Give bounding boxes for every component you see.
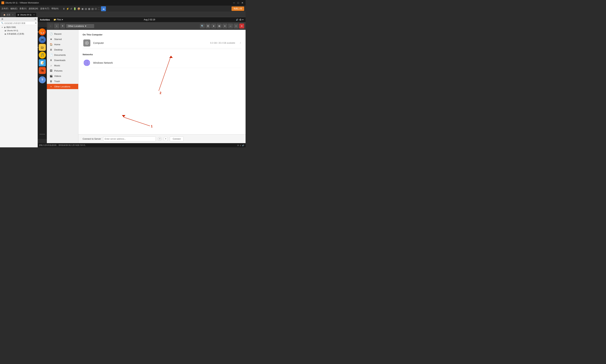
sidebar-item-pictures[interactable]: 🖼 Pictures xyxy=(47,68,78,73)
list-view-button[interactable]: ☰ xyxy=(206,24,210,28)
ubuntu-tab-label: Ubuntu 64 位 xyxy=(20,13,32,16)
cloud-icon-button[interactable]: ☁ xyxy=(101,6,106,11)
sidebar-item-recent[interactable]: 🕐 Recent xyxy=(47,31,78,37)
other-locations-label: Other Locations xyxy=(54,85,70,88)
tab-home[interactable]: 🏠 主页 ✕ xyxy=(1,13,15,17)
maximize-button[interactable]: □ xyxy=(236,1,240,5)
computer-size: 9.3 GB / 20.4 GB available xyxy=(210,42,235,44)
downloads-label: Downloads xyxy=(54,59,65,62)
dock-item-apps[interactable]: ⋯⋯ xyxy=(39,130,46,138)
shared-vm-icon: 🖥 xyxy=(4,33,6,35)
volume-icon[interactable]: 🔊 xyxy=(236,19,238,21)
search-button[interactable]: 🔍 xyxy=(200,24,205,28)
dock-item-firefox[interactable]: 🦊 xyxy=(39,28,46,35)
grid-view-button[interactable]: ⊞ xyxy=(217,24,222,28)
system-menu-icon[interactable]: ▾ xyxy=(242,19,244,21)
menu-file[interactable]: 文件(F) xyxy=(1,7,8,10)
sidebar-item-trash[interactable]: 🗑 Trash xyxy=(47,78,78,84)
ubuntu-shell: Activities 📁 Files ▾ Aug 2 02:19 🔊 ⏻ ▾ 🦊 xyxy=(38,17,245,147)
tree-item-my-computer[interactable]: ▼ 🖥 我的计算机 xyxy=(0,26,38,29)
new-folder-button[interactable]: + xyxy=(60,24,65,28)
starred-label: Starred xyxy=(54,38,62,40)
sidebar-item-starred[interactable]: ★ Starred xyxy=(47,37,78,42)
vm-display-area[interactable]: Activities 📁 Files ▾ Aug 2 02:19 🔊 ⏻ ▾ 🦊 xyxy=(38,17,245,147)
search-dropdown-icon[interactable]: ▾ xyxy=(35,22,37,24)
sidebar-item-desktop[interactable]: 🖥 Desktop xyxy=(47,47,78,52)
network-icon xyxy=(83,59,90,66)
view-options-button[interactable]: ▾ xyxy=(211,24,216,28)
toolbar-icon-9[interactable]: ⊡ xyxy=(95,7,97,10)
sidebar-item-music[interactable]: ♪ Music xyxy=(47,63,78,68)
pictures-label: Pictures xyxy=(54,69,63,72)
tree-label: 共享虚拟机 (已弃用) xyxy=(7,33,24,35)
menu-help[interactable]: 帮助(H) xyxy=(52,7,59,10)
dock-item-music[interactable]: 🎵 xyxy=(39,52,46,59)
toolbar-icon-3[interactable]: 🔋 xyxy=(73,7,76,10)
files-icon-small: 📁 xyxy=(53,18,56,21)
on-this-computer-title: On This Computer xyxy=(83,33,241,36)
computer-location-item[interactable]: Computer 9.3 GB / 20.4 GB available / xyxy=(83,38,241,48)
windows-network-item[interactable]: Windows Network xyxy=(83,58,241,68)
toolbar-icon-7[interactable]: ▦ xyxy=(88,7,90,10)
power-icon[interactable]: ⏻ xyxy=(239,19,241,21)
close-button[interactable]: ✕ xyxy=(241,1,244,5)
dock-item-thunderbird[interactable]: ✉ xyxy=(39,36,46,43)
home-tab-close[interactable]: ✕ xyxy=(12,14,13,16)
pictures-icon: 🖼 xyxy=(50,69,52,72)
nautilus-window: ‹ › + Other Locations ▾ 🔍 ☰ ▾ ⊞ xyxy=(47,22,245,143)
window-minimize-button[interactable]: ─ xyxy=(228,24,233,28)
sidebar-item-documents[interactable]: 📄 Documents xyxy=(47,52,78,58)
statusbar-icon-1: 🖥 xyxy=(237,144,239,146)
statusbar-hint: 要输入定向到该虚拟机，请将鼠标指针移入其中或按 Ctrl+G。 xyxy=(39,144,87,146)
sidebar-search-input[interactable] xyxy=(4,22,35,24)
tab-ubuntu[interactable]: 🖥 Ubuntu 64 位 ✕ xyxy=(15,13,37,17)
tree-item-ubuntu[interactable]: 🖥 Ubuntu 64 位 xyxy=(0,29,38,32)
menu-view[interactable]: 查看(V) xyxy=(19,7,26,10)
vmware-titlebar: Ubuntu 64 位 - VMware Workstation ─ □ ✕ xyxy=(0,0,245,6)
nav-forward-button[interactable]: › xyxy=(54,24,59,28)
dock-item-files[interactable]: 🗂 xyxy=(39,44,46,51)
menu-tabs[interactable]: 选项卡(T) xyxy=(40,7,49,10)
dock-item-writer[interactable]: 📝 xyxy=(39,59,46,66)
header-menu-button[interactable]: ≡ xyxy=(222,24,227,28)
sidebar-item-home[interactable]: 🏠 Home xyxy=(47,42,78,47)
dock-item-help[interactable]: ? xyxy=(39,76,46,83)
menu-edit[interactable]: 编辑(E) xyxy=(10,7,17,10)
nav-back-button[interactable]: ‹ xyxy=(48,24,53,28)
dock-item-appstore[interactable]: 🛍 xyxy=(39,67,46,74)
toolbar-icon-8[interactable]: ▧ xyxy=(91,7,94,10)
activities-button[interactable]: Activities xyxy=(40,18,50,21)
toolbar-icon-5[interactable]: ▣ xyxy=(81,7,84,10)
connect-button[interactable]: Connect xyxy=(170,136,184,141)
sidebar-item-other-locations[interactable]: + Other Locations xyxy=(47,84,78,89)
tree-arrow-icon: ▼ xyxy=(1,26,3,28)
computer-path: / xyxy=(240,42,241,44)
home-tab-icon: 🏠 xyxy=(3,14,5,16)
toolbar-icon-2[interactable]: ↺ xyxy=(70,7,72,10)
toolbar-icon-10[interactable]: ⛶ xyxy=(98,7,100,10)
connect-help-button[interactable]: ? xyxy=(158,137,162,141)
upload-button[interactable]: 拖拽上传 xyxy=(232,6,244,11)
menu-vm[interactable]: 虚拟机(M) xyxy=(29,7,38,10)
files-menu[interactable]: 📁 Files ▾ xyxy=(53,18,63,21)
location-bar[interactable]: Other Locations ▾ xyxy=(66,24,94,28)
sidebar-item-downloads[interactable]: ⬇ Downloads xyxy=(47,58,78,63)
window-close-button[interactable]: ✕ xyxy=(239,24,244,28)
toolbar-icon-1[interactable]: ⚡ xyxy=(66,7,69,10)
sidebar-close-icon[interactable]: ✕ xyxy=(35,18,36,20)
ubuntu-tab-close[interactable]: ✕ xyxy=(33,14,35,16)
window-title: Ubuntu 64 位 - VMware Workstation xyxy=(5,1,231,4)
toolbar-icon-4[interactable]: 📦 xyxy=(77,7,80,10)
pause-icon[interactable]: ⏸ xyxy=(63,7,65,10)
tree-item-shared-vm[interactable]: 🖥 共享虚拟机 (已弃用) xyxy=(0,32,38,36)
statusbar-icon-3: 🔊 xyxy=(242,144,244,146)
server-address-input[interactable] xyxy=(103,136,156,141)
content-area-wrapper: On This Computer C xyxy=(78,30,245,143)
connect-dropdown-button[interactable]: ▾ xyxy=(164,137,168,141)
minimize-button[interactable]: ─ xyxy=(232,1,236,5)
system-time: Aug 2 02:19 xyxy=(63,18,236,21)
toolbar-icon-6[interactable]: ▤ xyxy=(85,7,87,10)
header-actions: 🔍 ☰ ▾ ⊞ ≡ ─ □ ✕ xyxy=(200,24,244,28)
sidebar-item-videos[interactable]: 🎬 Videos xyxy=(47,73,78,78)
window-maximize-button[interactable]: □ xyxy=(234,24,239,28)
